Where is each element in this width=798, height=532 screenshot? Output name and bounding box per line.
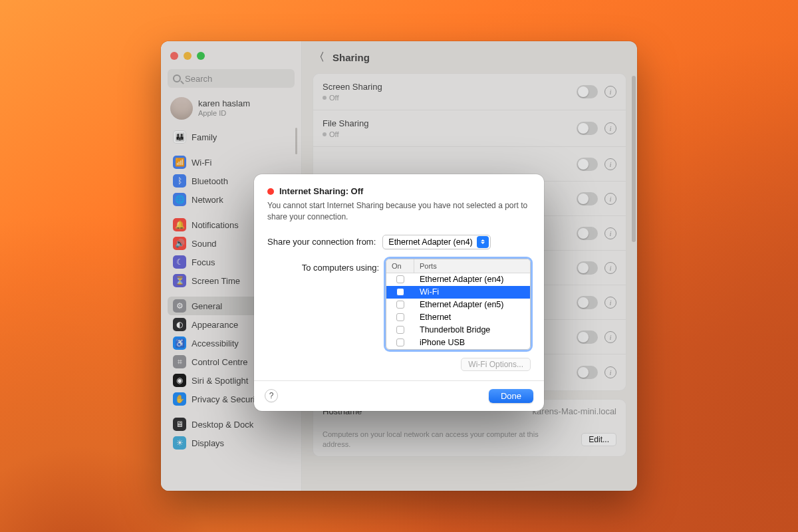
sharing-row: File SharingOffi <box>313 110 626 146</box>
sidebar-icon: 🌐 <box>173 193 186 206</box>
port-checkbox[interactable] <box>396 338 404 346</box>
toggle[interactable] <box>577 192 598 205</box>
chevron-up-down-icon <box>477 236 489 248</box>
sidebar-item-desktop-dock[interactable]: 🖥Desktop & Dock <box>168 415 295 434</box>
port-name: Ethernet Adapter (en4) <box>414 275 509 284</box>
window-controls <box>165 47 297 63</box>
sidebar-item-wi-fi[interactable]: 📶Wi-Fi <box>168 153 295 172</box>
sidebar-icon: 👪 <box>173 130 186 144</box>
sidebar-item-family[interactable]: 👪Family <box>168 128 295 146</box>
port-name: Thunderbolt Bridge <box>414 325 495 334</box>
ports-label: To computers using: <box>267 259 379 273</box>
dialog-title: Internet Sharing: Off <box>279 186 363 196</box>
sidebar-item-label: General <box>192 301 222 311</box>
port-name: Wi-Fi <box>414 287 444 297</box>
ports-field: To computers using: On Ports Ethernet Ad… <box>267 259 531 371</box>
port-row[interactable]: Ethernet Adapter (en5) <box>386 299 530 311</box>
sidebar-icon: ◉ <box>173 374 186 387</box>
toggle[interactable] <box>577 158 598 171</box>
minimize-icon[interactable] <box>184 52 192 60</box>
row-label: File Sharing <box>323 118 368 128</box>
port-name: Ethernet Adapter (en5) <box>414 300 509 309</box>
sidebar-item-label: Sound <box>192 239 217 249</box>
port-checkbox[interactable] <box>396 288 404 296</box>
ports-header: On Ports <box>386 259 530 273</box>
sidebar-item-label: Privacy & Security <box>192 394 261 404</box>
port-row[interactable]: Wi-Fi <box>386 286 530 299</box>
info-button[interactable]: i <box>604 297 616 309</box>
info-button[interactable]: i <box>604 86 616 98</box>
sidebar-icon: 🔔 <box>173 218 186 231</box>
port-checkbox[interactable] <box>396 313 404 321</box>
sidebar-item-label: Desktop & Dock <box>192 420 253 430</box>
row-sub: Off <box>323 130 368 138</box>
port-checkbox[interactable] <box>396 326 404 334</box>
toggle[interactable] <box>577 261 598 275</box>
sidebar-item-label: Bluetooth <box>192 176 228 186</box>
sidebar-item-label: Screen Time <box>192 276 240 286</box>
sidebar-item-label: Focus <box>192 257 215 267</box>
sidebar-icon: ⌗ <box>173 355 186 368</box>
status-off-icon <box>267 188 274 195</box>
toggle[interactable] <box>577 296 598 309</box>
settings-window: Search karen haslam Apple ID 👪Family📶Wi-… <box>161 41 637 491</box>
sidebar-item-label: Family <box>192 132 217 142</box>
info-button[interactable]: i <box>604 366 616 378</box>
share-from-value: Ethernet Adapter (en4) <box>388 237 472 247</box>
port-row[interactable]: Ethernet Adapter (en4) <box>386 273 530 286</box>
hostname-value: karens-Mac-mini.local <box>533 406 616 416</box>
row-sub: Off <box>323 94 382 102</box>
close-icon[interactable] <box>170 52 178 60</box>
info-button[interactable]: i <box>604 331 616 343</box>
account-name: karen haslam <box>198 99 250 109</box>
internet-sharing-dialog: Internet Sharing: Off You cannot start I… <box>254 174 544 411</box>
search-icon <box>173 74 181 82</box>
sidebar-item-label: Displays <box>192 438 224 448</box>
sidebar-icon: 🔊 <box>173 237 186 250</box>
toggle[interactable] <box>577 85 598 98</box>
toggle[interactable] <box>577 227 598 240</box>
zoom-icon[interactable] <box>197 52 205 60</box>
toggle[interactable] <box>577 331 598 344</box>
port-checkbox[interactable] <box>396 275 404 283</box>
back-button[interactable]: 〈 <box>314 51 325 65</box>
wifi-options-button[interactable]: Wi-Fi Options... <box>461 358 531 371</box>
sidebar-item-label: Notifications <box>192 220 239 230</box>
account-row[interactable]: karen haslam Apple ID <box>165 93 297 124</box>
hostname-desc: Computers on your local network can acce… <box>323 430 542 450</box>
sidebar-icon: 🖥 <box>173 418 186 431</box>
search-placeholder: Search <box>185 74 212 84</box>
sidebar-icon: 📶 <box>173 156 186 169</box>
search-input[interactable]: Search <box>168 69 295 88</box>
port-row[interactable]: Thunderbolt Bridge <box>386 324 530 336</box>
port-checkbox[interactable] <box>396 301 404 309</box>
toggle[interactable] <box>577 366 598 379</box>
sidebar-item-label: Control Centre <box>192 357 248 367</box>
col-ports: Ports <box>414 259 442 273</box>
info-button[interactable]: i <box>604 193 616 205</box>
sidebar-icon: ☾ <box>173 255 186 269</box>
dialog-description: You cannot start Internet Sharing becaus… <box>267 200 531 223</box>
sharing-row: Screen SharingOffi <box>313 74 626 110</box>
ports-listbox[interactable]: On Ports Ethernet Adapter (en4)Wi-FiEthe… <box>386 259 531 350</box>
share-from-field: Share your connection from: Ethernet Ada… <box>267 235 531 249</box>
info-button[interactable]: i <box>604 122 616 134</box>
port-row[interactable]: Ethernet <box>386 311 530 324</box>
edit-button[interactable]: Edit... <box>581 433 616 446</box>
done-button[interactable]: Done <box>489 389 533 403</box>
sidebar-icon: ♿ <box>173 336 186 350</box>
sidebar-icon: ✋ <box>173 392 186 406</box>
scrollbar[interactable] <box>632 76 636 242</box>
sidebar-item-label: Siri & Spotlight <box>192 376 248 386</box>
sidebar-icon: ⚙ <box>173 299 186 313</box>
sidebar-item-displays[interactable]: ☀Displays <box>168 434 295 452</box>
port-name: iPhone USB <box>414 338 470 347</box>
info-button[interactable]: i <box>604 227 616 239</box>
port-row[interactable]: iPhone USB <box>386 336 530 349</box>
help-button[interactable]: ? <box>265 389 278 402</box>
info-button[interactable]: i <box>604 158 616 170</box>
share-from-dropdown[interactable]: Ethernet Adapter (en4) <box>382 235 490 249</box>
row-label: Screen Sharing <box>323 82 382 92</box>
info-button[interactable]: i <box>604 262 616 274</box>
toggle[interactable] <box>577 122 598 135</box>
